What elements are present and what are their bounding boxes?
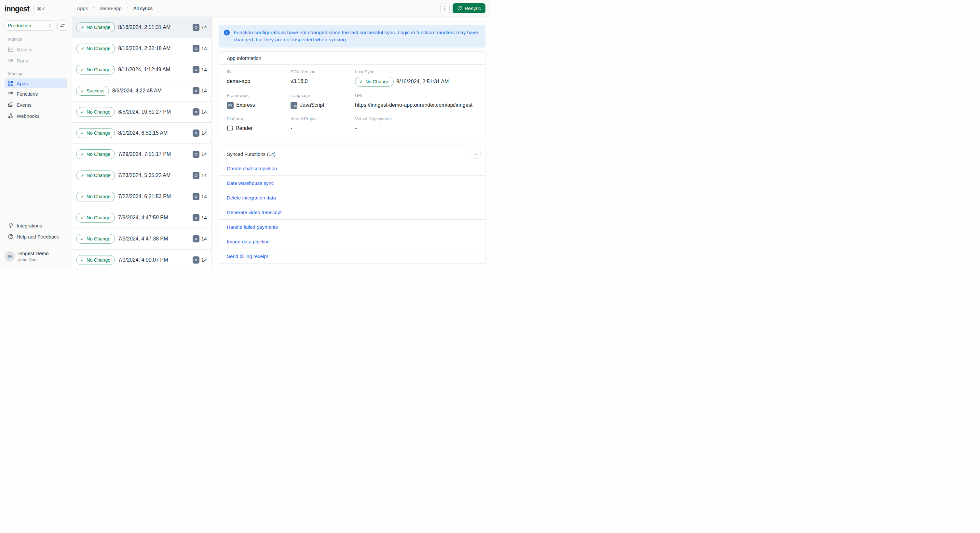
sync-timestamp: 8/5/2024, 10:51:27 PM bbox=[118, 109, 171, 115]
sidebar-item-integrations[interactable]: Integrations bbox=[0, 220, 72, 231]
app-root: inngest ⌘ K Production Monitor bbox=[0, 0, 490, 266]
topbar: Apps demo-app All syncs Resync bbox=[72, 0, 490, 17]
code-icon bbox=[192, 235, 199, 242]
sidebar-item-label: Apps bbox=[17, 81, 28, 86]
function-count: 14 bbox=[192, 256, 207, 264]
sync-row[interactable]: ✓No Change 7/9/2024, 4:47:59 PM 14 bbox=[72, 207, 212, 228]
check-icon: ✓ bbox=[81, 237, 84, 241]
sidebar-item-events[interactable]: Events bbox=[0, 99, 72, 110]
status-badge: ✓No Change bbox=[76, 213, 115, 223]
command-k-shortcut[interactable]: ⌘ K bbox=[33, 5, 48, 13]
sidebar-item-label: Events bbox=[17, 102, 32, 108]
sync-refresh-icon bbox=[457, 6, 462, 11]
profile-row[interactable]: IN Inngest Demo John Doe bbox=[0, 246, 72, 266]
javascript-icon: JS bbox=[291, 102, 298, 109]
sidebar-item-label: Metrics bbox=[17, 47, 32, 53]
app-information-card: App Information ID demo-app SDK Version … bbox=[219, 51, 485, 139]
sync-row[interactable]: ✓No Change 7/29/2024, 7:51:17 PM 14 bbox=[72, 144, 212, 165]
terminal-list-icon bbox=[8, 91, 14, 97]
function-count: 14 bbox=[192, 108, 207, 116]
check-icon: ✓ bbox=[81, 194, 84, 199]
function-row[interactable]: Import data pipeline bbox=[219, 234, 485, 249]
function-link[interactable]: Generate video transcript bbox=[227, 210, 282, 215]
function-count: 14 bbox=[192, 214, 207, 221]
sync-timestamp: 7/9/2024, 4:09:07 PM bbox=[118, 257, 168, 263]
check-icon: ✓ bbox=[81, 216, 84, 220]
function-row[interactable]: Data warehouse sync bbox=[219, 176, 485, 190]
function-link[interactable]: Delete integration data bbox=[227, 195, 276, 200]
sync-row[interactable]: ✓No Change 8/11/2024, 1:12:49 AM 14 bbox=[72, 59, 212, 80]
sync-row[interactable]: ✓No Change 8/1/2024, 6:51:15 AM 14 bbox=[72, 123, 212, 144]
code-icon bbox=[192, 193, 199, 200]
sidebar-item-runs[interactable]: Runs bbox=[0, 55, 72, 66]
sidebar-item-help[interactable]: Help and Feedback bbox=[0, 231, 72, 242]
sidebar-item-apps[interactable]: Apps bbox=[5, 78, 67, 88]
function-count: 14 bbox=[192, 66, 207, 73]
sync-row[interactable]: ✓No Change 8/5/2024, 10:51:27 PM 14 bbox=[72, 102, 212, 123]
status-badge: ✓No Change bbox=[76, 65, 115, 75]
sliders-icon bbox=[60, 23, 65, 28]
sync-row[interactable]: ✓No Change 7/9/2024, 4:09:07 PM 14 bbox=[72, 250, 212, 266]
field-id: ID demo-app bbox=[227, 69, 291, 87]
sidebar-item-functions[interactable]: Functions bbox=[0, 88, 72, 99]
function-count: 14 bbox=[192, 235, 207, 242]
sync-timestamp: 8/6/2024, 4:22:45 AM bbox=[112, 88, 162, 94]
environment-value: Production bbox=[8, 23, 31, 28]
sync-row[interactable]: ✓Success 8/6/2024, 4:22:45 AM 14 bbox=[72, 80, 212, 102]
function-count: 14 bbox=[192, 24, 207, 31]
question-circle-icon bbox=[8, 234, 14, 240]
environment-select[interactable]: Production bbox=[5, 21, 55, 30]
code-icon bbox=[192, 129, 199, 137]
inngest-logo: inngest bbox=[5, 5, 29, 13]
function-row[interactable] bbox=[219, 264, 485, 266]
section-label-monitor: Monitor bbox=[0, 37, 72, 41]
chevron-updown-icon bbox=[48, 23, 52, 28]
function-link[interactable]: Handle failed payments bbox=[227, 224, 278, 230]
sidebar: inngest ⌘ K Production Monitor bbox=[0, 0, 72, 266]
status-badge: ✓No Change bbox=[76, 22, 115, 32]
function-row[interactable]: Handle failed payments bbox=[219, 220, 485, 234]
webhook-icon bbox=[8, 113, 14, 119]
check-icon: ✓ bbox=[360, 80, 363, 84]
function-row[interactable]: Send billing receipt bbox=[219, 249, 485, 264]
sidebar-nav: Monitor Metrics Runs Manage bbox=[0, 37, 72, 121]
field-sdk-version: SDK Version v3.16.0 bbox=[291, 69, 355, 87]
function-row[interactable]: Create chat completion bbox=[219, 161, 485, 176]
collapse-button[interactable] bbox=[471, 149, 480, 159]
resync-button[interactable]: Resync bbox=[453, 3, 485, 13]
function-link[interactable]: Create chat completion bbox=[227, 165, 277, 171]
sync-row[interactable]: ✓No Change 7/22/2024, 6:21:53 PM 14 bbox=[72, 186, 212, 207]
sync-row[interactable]: ✓No Change 7/23/2024, 5:35:22 AM 14 bbox=[72, 165, 212, 186]
render-logo-icon bbox=[227, 125, 233, 132]
sidebar-item-metrics[interactable]: Metrics bbox=[0, 44, 72, 55]
field-language: Language JS JavaScript bbox=[291, 93, 355, 110]
chevron-up-icon bbox=[474, 152, 478, 156]
sync-timestamp: 7/23/2024, 5:35:22 AM bbox=[118, 172, 170, 178]
more-options-button[interactable] bbox=[440, 3, 450, 13]
function-link[interactable]: Send billing receipt bbox=[227, 253, 268, 259]
sync-timestamp: 7/9/2024, 4:47:38 PM bbox=[118, 236, 168, 242]
sync-row[interactable]: ✓No Change 8/16/2024, 2:51:31 AM 14 bbox=[72, 17, 212, 38]
code-icon bbox=[192, 172, 199, 179]
sync-timestamp: 7/22/2024, 6:21:53 PM bbox=[118, 194, 171, 199]
breadcrumb-apps[interactable]: Apps bbox=[77, 6, 88, 11]
avatar: IN bbox=[5, 251, 15, 262]
section-label-manage: Manage bbox=[0, 71, 72, 76]
function-row[interactable]: Delete integration data bbox=[219, 190, 485, 205]
plug-icon bbox=[8, 223, 14, 228]
sync-row[interactable]: ✓No Change 8/16/2024, 2:32:18 AM 14 bbox=[72, 38, 212, 59]
profile-user: John Doe bbox=[18, 257, 48, 262]
environment-settings-button[interactable] bbox=[57, 21, 67, 30]
function-link[interactable]: Import data pipeline bbox=[227, 239, 270, 244]
check-icon: ✓ bbox=[81, 46, 84, 51]
function-row[interactable]: Generate video transcript bbox=[219, 205, 485, 220]
function-link[interactable]: Data warehouse sync bbox=[227, 180, 274, 186]
breadcrumb-demo-app[interactable]: demo-app bbox=[100, 6, 122, 11]
sidebar-item-webhooks[interactable]: Webhooks bbox=[0, 110, 72, 121]
overlapping-squares-icon bbox=[8, 102, 14, 108]
list-lines-icon bbox=[8, 57, 14, 64]
status-badge: ✓No Change bbox=[76, 170, 115, 180]
function-count: 14 bbox=[192, 193, 207, 200]
sync-row[interactable]: ✓No Change 7/9/2024, 4:47:38 PM 14 bbox=[72, 228, 212, 250]
environment-row: Production bbox=[5, 21, 67, 30]
